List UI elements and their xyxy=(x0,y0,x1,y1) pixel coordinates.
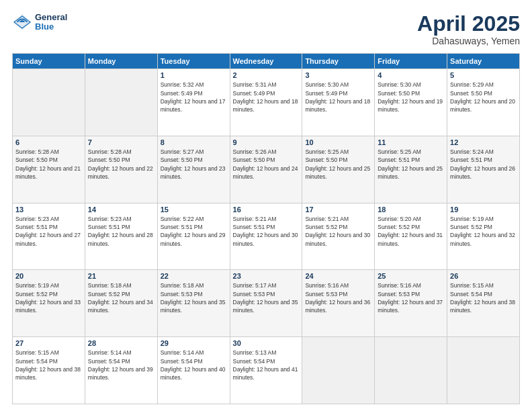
day-cell: 15Sunrise: 5:22 AMSunset: 5:51 PMDayligh… xyxy=(157,203,230,270)
day-cell: 8Sunrise: 5:27 AMSunset: 5:50 PMDaylight… xyxy=(157,136,230,203)
week-row-2: 6Sunrise: 5:28 AMSunset: 5:50 PMDaylight… xyxy=(13,136,520,203)
day-info: Sunrise: 5:23 AMSunset: 5:51 PMDaylight:… xyxy=(15,215,82,248)
day-number: 1 xyxy=(161,71,227,79)
logo-blue: Blue xyxy=(35,22,67,32)
day-number: 27 xyxy=(15,339,82,347)
day-cell: 5Sunrise: 5:29 AMSunset: 5:50 PMDaylight… xyxy=(447,69,520,136)
day-info: Sunrise: 5:17 AMSunset: 5:53 PMDaylight:… xyxy=(233,281,300,314)
day-info: Sunrise: 5:15 AMSunset: 5:54 PMDaylight:… xyxy=(15,349,82,381)
day-number: 21 xyxy=(88,272,154,280)
day-number: 11 xyxy=(378,138,444,146)
col-friday: Friday xyxy=(375,54,447,69)
day-info: Sunrise: 5:22 AMSunset: 5:51 PMDaylight:… xyxy=(161,215,227,248)
day-info: Sunrise: 5:16 AMSunset: 5:53 PMDaylight:… xyxy=(378,281,444,314)
day-cell: 18Sunrise: 5:20 AMSunset: 5:52 PMDayligh… xyxy=(375,203,447,270)
day-info: Sunrise: 5:18 AMSunset: 5:52 PMDaylight:… xyxy=(88,281,154,314)
day-number: 24 xyxy=(305,272,371,280)
day-number: 22 xyxy=(161,272,227,280)
day-cell: 26Sunrise: 5:15 AMSunset: 5:54 PMDayligh… xyxy=(447,270,520,337)
day-cell: 14Sunrise: 5:23 AMSunset: 5:51 PMDayligh… xyxy=(85,203,157,270)
day-number: 8 xyxy=(161,138,227,146)
day-cell: 22Sunrise: 5:18 AMSunset: 5:53 PMDayligh… xyxy=(157,270,230,337)
day-number: 30 xyxy=(233,339,300,347)
day-number: 15 xyxy=(161,205,227,214)
col-monday: Monday xyxy=(85,54,157,69)
day-cell: 21Sunrise: 5:18 AMSunset: 5:52 PMDayligh… xyxy=(85,270,157,337)
header: General Blue April 2025 Dahasuways, Yeme… xyxy=(12,12,520,46)
location: Dahasuways, Yemen xyxy=(417,36,520,46)
day-number: 3 xyxy=(305,71,371,79)
month-title: April 2025 xyxy=(417,12,520,36)
day-cell: 13Sunrise: 5:23 AMSunset: 5:51 PMDayligh… xyxy=(13,203,85,270)
day-cell xyxy=(375,337,447,404)
day-number: 9 xyxy=(233,138,300,146)
day-cell: 6Sunrise: 5:28 AMSunset: 5:50 PMDaylight… xyxy=(13,136,85,203)
day-cell: 28Sunrise: 5:14 AMSunset: 5:54 PMDayligh… xyxy=(85,337,157,404)
page: General Blue April 2025 Dahasuways, Yeme… xyxy=(0,0,532,411)
day-info: Sunrise: 5:21 AMSunset: 5:52 PMDaylight:… xyxy=(305,215,371,248)
day-number: 17 xyxy=(305,205,371,214)
col-sunday: Sunday xyxy=(13,54,85,69)
day-number: 23 xyxy=(233,272,300,280)
week-row-3: 13Sunrise: 5:23 AMSunset: 5:51 PMDayligh… xyxy=(13,203,520,270)
day-number: 19 xyxy=(450,205,517,214)
logo-icon xyxy=(12,12,32,32)
day-info: Sunrise: 5:27 AMSunset: 5:50 PMDaylight:… xyxy=(161,148,227,181)
day-info: Sunrise: 5:25 AMSunset: 5:50 PMDaylight:… xyxy=(305,148,371,181)
header-row: Sunday Monday Tuesday Wednesday Thursday… xyxy=(13,54,520,69)
day-cell: 7Sunrise: 5:28 AMSunset: 5:50 PMDaylight… xyxy=(85,136,157,203)
day-info: Sunrise: 5:19 AMSunset: 5:52 PMDaylight:… xyxy=(450,215,517,248)
day-cell: 24Sunrise: 5:16 AMSunset: 5:53 PMDayligh… xyxy=(302,270,375,337)
day-info: Sunrise: 5:14 AMSunset: 5:54 PMDaylight:… xyxy=(161,349,227,381)
day-info: Sunrise: 5:32 AMSunset: 5:49 PMDaylight:… xyxy=(161,81,227,113)
day-number: 28 xyxy=(88,339,154,347)
day-number: 14 xyxy=(88,205,154,214)
day-cell: 17Sunrise: 5:21 AMSunset: 5:52 PMDayligh… xyxy=(302,203,375,270)
day-cell: 10Sunrise: 5:25 AMSunset: 5:50 PMDayligh… xyxy=(302,136,375,203)
day-number: 16 xyxy=(233,205,300,214)
day-cell xyxy=(447,337,520,404)
day-info: Sunrise: 5:26 AMSunset: 5:50 PMDaylight:… xyxy=(233,148,300,181)
col-tuesday: Tuesday xyxy=(157,54,230,69)
day-info: Sunrise: 5:29 AMSunset: 5:50 PMDaylight:… xyxy=(450,81,517,113)
day-info: Sunrise: 5:21 AMSunset: 5:51 PMDaylight:… xyxy=(233,215,300,248)
day-cell xyxy=(13,69,85,136)
week-row-4: 20Sunrise: 5:19 AMSunset: 5:52 PMDayligh… xyxy=(13,270,520,337)
day-number: 4 xyxy=(378,71,444,79)
day-number: 5 xyxy=(450,71,517,79)
day-number: 12 xyxy=(450,138,517,146)
day-cell xyxy=(302,337,375,404)
day-info: Sunrise: 5:13 AMSunset: 5:54 PMDaylight:… xyxy=(233,349,300,381)
day-number: 26 xyxy=(450,272,517,280)
day-number: 18 xyxy=(378,205,444,214)
day-cell xyxy=(85,69,157,136)
day-number: 20 xyxy=(15,272,82,280)
col-saturday: Saturday xyxy=(447,54,520,69)
day-number: 7 xyxy=(88,138,154,146)
day-cell: 20Sunrise: 5:19 AMSunset: 5:52 PMDayligh… xyxy=(13,270,85,337)
calendar: Sunday Monday Tuesday Wednesday Thursday… xyxy=(12,53,520,404)
day-cell: 16Sunrise: 5:21 AMSunset: 5:51 PMDayligh… xyxy=(230,203,302,270)
day-info: Sunrise: 5:30 AMSunset: 5:50 PMDaylight:… xyxy=(378,81,444,113)
day-cell: 1Sunrise: 5:32 AMSunset: 5:49 PMDaylight… xyxy=(157,69,230,136)
day-cell: 29Sunrise: 5:14 AMSunset: 5:54 PMDayligh… xyxy=(157,337,230,404)
day-cell: 9Sunrise: 5:26 AMSunset: 5:50 PMDaylight… xyxy=(230,136,302,203)
day-cell: 25Sunrise: 5:16 AMSunset: 5:53 PMDayligh… xyxy=(375,270,447,337)
day-info: Sunrise: 5:18 AMSunset: 5:53 PMDaylight:… xyxy=(161,281,227,314)
day-cell: 19Sunrise: 5:19 AMSunset: 5:52 PMDayligh… xyxy=(447,203,520,270)
day-info: Sunrise: 5:19 AMSunset: 5:52 PMDaylight:… xyxy=(15,281,82,314)
day-cell: 3Sunrise: 5:30 AMSunset: 5:49 PMDaylight… xyxy=(302,69,375,136)
day-info: Sunrise: 5:31 AMSunset: 5:49 PMDaylight:… xyxy=(233,81,300,113)
logo-text: General Blue xyxy=(35,13,67,32)
logo: General Blue xyxy=(12,12,67,32)
day-number: 13 xyxy=(15,205,82,214)
day-info: Sunrise: 5:30 AMSunset: 5:49 PMDaylight:… xyxy=(305,81,371,113)
day-info: Sunrise: 5:28 AMSunset: 5:50 PMDaylight:… xyxy=(88,148,154,181)
day-cell: 23Sunrise: 5:17 AMSunset: 5:53 PMDayligh… xyxy=(230,270,302,337)
title-area: April 2025 Dahasuways, Yemen xyxy=(417,12,520,46)
calendar-body: 1Sunrise: 5:32 AMSunset: 5:49 PMDaylight… xyxy=(13,69,520,404)
col-thursday: Thursday xyxy=(302,54,375,69)
day-number: 6 xyxy=(15,138,82,146)
day-info: Sunrise: 5:25 AMSunset: 5:51 PMDaylight:… xyxy=(378,148,444,181)
day-info: Sunrise: 5:14 AMSunset: 5:54 PMDaylight:… xyxy=(88,349,154,381)
